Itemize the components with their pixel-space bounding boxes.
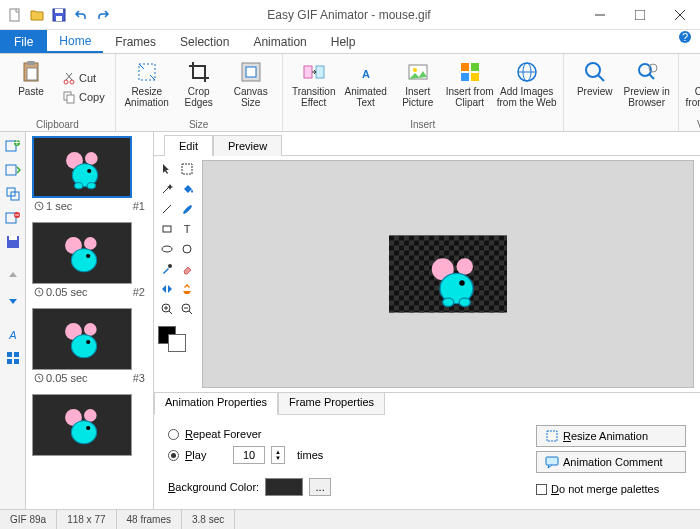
tab-help[interactable]: Help	[319, 30, 368, 53]
insert-frame-icon[interactable]	[3, 160, 23, 180]
tab-home[interactable]: Home	[47, 30, 103, 53]
insert-picture-button[interactable]: Insert Picture	[393, 56, 443, 118]
pointer-tool-icon[interactable]	[158, 160, 176, 178]
svg-rect-12	[27, 68, 37, 80]
minimize-button[interactable]	[580, 0, 620, 30]
tab-edit[interactable]: Edit	[164, 135, 213, 156]
frame-item[interactable]: 0.05 sec#3	[26, 304, 153, 390]
preview-button[interactable]: Preview	[570, 56, 620, 118]
save-icon[interactable]	[50, 6, 68, 24]
status-dimensions: 118 x 77	[57, 510, 116, 529]
ellipse-tool-icon[interactable]	[158, 240, 176, 258]
resize-animation-button2[interactable]: Resize Animation	[536, 425, 686, 447]
flip-h-icon[interactable]	[158, 280, 176, 298]
help-icon[interactable]: ?	[678, 30, 692, 53]
tab-selection[interactable]: Selection	[168, 30, 241, 53]
properties-panel: Animation Properties Frame Properties Re…	[154, 392, 700, 509]
grid-icon[interactable]	[3, 348, 23, 368]
open-icon[interactable]	[28, 6, 46, 24]
frame-item[interactable]: 1 sec#1	[26, 132, 153, 218]
svg-point-97	[443, 298, 454, 306]
svg-text:A: A	[362, 68, 370, 80]
undo-icon[interactable]	[72, 6, 90, 24]
tab-frame-properties[interactable]: Frame Properties	[278, 393, 385, 415]
bg-color-browse-button[interactable]: ...	[309, 478, 331, 496]
text-tool-icon[interactable]: A	[3, 324, 23, 344]
ribbon: Paste Cut Copy Clipboard Resize Animatio…	[0, 54, 700, 132]
tab-frames[interactable]: Frames	[103, 30, 168, 53]
eraser-tool-icon[interactable]	[178, 260, 196, 278]
rect-tool-icon[interactable]	[158, 220, 176, 238]
add-frame-icon[interactable]: +	[3, 136, 23, 156]
move-up-icon[interactable]	[3, 266, 23, 286]
circle-tool-icon[interactable]	[178, 240, 196, 258]
animation-comment-button[interactable]: Animation Comment	[536, 451, 686, 473]
paste-button[interactable]: Paste	[6, 56, 56, 118]
canvas-size-button[interactable]: Canvas Size	[226, 56, 276, 118]
group-insert: Transition Effect AAnimated Text Insert …	[283, 54, 564, 131]
svg-rect-11	[27, 61, 35, 65]
svg-point-13	[64, 80, 68, 84]
frames-panel[interactable]: 1 sec#1 0.05 sec#2 0.05 sec#3	[26, 132, 154, 509]
svg-rect-52	[9, 236, 17, 240]
statusbar: GIF 89a 118 x 77 48 frames 3.8 sec	[0, 509, 700, 529]
brush-tool-icon[interactable]	[178, 200, 196, 218]
zoom-out-icon[interactable]	[178, 300, 196, 318]
bg-color-well[interactable]	[265, 478, 303, 496]
frame-item[interactable]	[26, 390, 153, 460]
new-icon[interactable]	[6, 6, 24, 24]
duplicate-frame-icon[interactable]	[3, 184, 23, 204]
tab-animation[interactable]: Animation	[241, 30, 318, 53]
move-down-icon[interactable]	[3, 290, 23, 310]
repeat-forever-radio[interactable]: Repeat Forever	[168, 425, 516, 443]
canvas-viewport[interactable]	[202, 160, 694, 388]
text-tool-icon[interactable]: T	[178, 220, 196, 238]
frame-item[interactable]: 0.05 sec#2	[26, 218, 153, 304]
play-count-input[interactable]	[233, 446, 265, 464]
resize-animation-button[interactable]: Resize Animation	[122, 56, 172, 118]
cut-button[interactable]: Cut	[58, 69, 109, 87]
main-area: + A 1 sec#1 0.05 sec#2 0.05 sec#3	[0, 132, 700, 509]
svg-text:A: A	[8, 329, 16, 341]
svg-rect-22	[304, 66, 312, 78]
copy-button[interactable]: Copy	[58, 88, 109, 106]
marquee-tool-icon[interactable]	[178, 160, 196, 178]
play-radio[interactable]	[168, 450, 179, 461]
svg-line-37	[649, 74, 654, 79]
wand-tool-icon[interactable]	[158, 180, 176, 198]
create-from-video-button[interactable]: Create from Video	[685, 56, 700, 118]
delete-frame-icon[interactable]	[3, 208, 23, 228]
svg-rect-21	[246, 67, 256, 77]
add-images-web-button[interactable]: Add Images from the Web	[497, 56, 557, 118]
tab-preview[interactable]: Preview	[213, 135, 282, 156]
preview-browser-button[interactable]: Preview in Browser	[622, 56, 672, 118]
transition-effect-button[interactable]: Transition Effect	[289, 56, 339, 118]
play-count-spinner[interactable]: ▲▼	[271, 446, 285, 464]
svg-point-84	[183, 245, 191, 253]
ribbon-tabs: File Home Frames Selection Animation Hel…	[0, 30, 700, 54]
line-tool-icon[interactable]	[158, 200, 176, 218]
status-frames: 48 frames	[117, 510, 182, 529]
svg-point-96	[459, 280, 465, 286]
svg-point-73	[86, 340, 90, 344]
redo-icon[interactable]	[94, 6, 112, 24]
animated-text-button[interactable]: AAnimated Text	[341, 56, 391, 118]
crop-edges-button[interactable]: Crop Edges	[174, 56, 224, 118]
zoom-in-icon[interactable]	[158, 300, 176, 318]
maximize-button[interactable]	[620, 0, 660, 30]
svg-point-66	[84, 237, 97, 250]
fill-tool-icon[interactable]	[178, 180, 196, 198]
frame-time: 0.05 sec	[46, 372, 88, 384]
merge-palettes-checkbox[interactable]: Do not merge palettes	[536, 483, 686, 495]
svg-rect-30	[471, 73, 479, 81]
insert-clipart-button[interactable]: Insert from Clipart	[445, 56, 495, 118]
canvas[interactable]	[389, 236, 507, 313]
close-button[interactable]	[660, 0, 700, 30]
save-frame-icon[interactable]	[3, 232, 23, 252]
svg-point-94	[457, 258, 474, 275]
eyedropper-tool-icon[interactable]	[158, 260, 176, 278]
background-color[interactable]	[168, 334, 186, 352]
tab-file[interactable]: File	[0, 30, 47, 53]
tab-animation-properties[interactable]: Animation Properties	[154, 393, 278, 415]
flip-v-icon[interactable]	[178, 280, 196, 298]
